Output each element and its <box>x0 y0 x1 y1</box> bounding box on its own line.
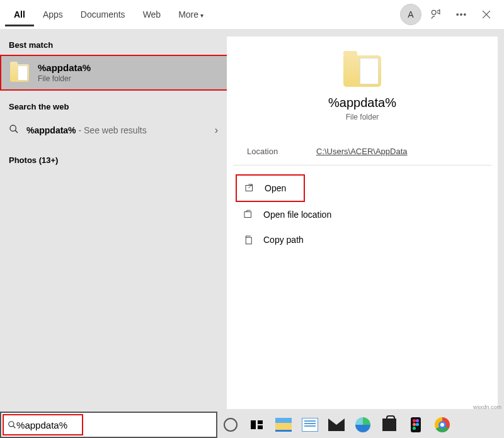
folder-icon-large <box>343 55 381 87</box>
svg-point-4 <box>10 125 16 131</box>
open-file-location-action[interactable]: Open file location <box>236 202 489 227</box>
open-location-label: Open file location <box>263 210 331 220</box>
file-explorer-icon[interactable] <box>274 415 293 434</box>
svg-point-3 <box>464 14 466 16</box>
cortana-icon[interactable] <box>221 415 240 434</box>
svg-point-2 <box>461 14 462 16</box>
tab-all[interactable]: All <box>5 3 34 26</box>
store-icon[interactable] <box>380 415 399 434</box>
svg-rect-7 <box>246 237 251 244</box>
result-subtitle: File folder <box>38 74 91 83</box>
svg-rect-11 <box>258 425 263 429</box>
photos-heading[interactable]: Photos (13+) <box>0 144 227 170</box>
open-label: Open <box>265 183 286 193</box>
taskbar <box>217 412 504 438</box>
web-search-result[interactable]: %appdata% - See web results › <box>0 116 227 144</box>
web-suffix: - See web results <box>76 125 147 135</box>
figma-icon[interactable] <box>406 415 425 434</box>
svg-rect-5 <box>246 186 253 191</box>
best-match-heading: Best match <box>0 29 227 55</box>
result-title: %appdata% <box>38 62 91 73</box>
search-icon <box>8 420 16 430</box>
results-panel: Best match %appdata% File folder Search … <box>0 29 227 409</box>
detail-title: %appdata% <box>227 96 498 110</box>
detail-subtitle: File folder <box>227 113 498 121</box>
watermark: wsxdn.com <box>473 404 501 410</box>
copy-path-action[interactable]: Copy path <box>236 227 489 252</box>
detail-panel: %appdata% File folder Location C:\Users\… <box>227 36 498 409</box>
more-options-icon[interactable] <box>450 3 472 26</box>
search-web-heading: Search the web <box>0 91 227 116</box>
user-avatar[interactable]: A <box>399 3 422 26</box>
svg-point-1 <box>457 14 459 16</box>
copy-icon <box>242 233 255 246</box>
search-icon <box>9 124 19 137</box>
feedback-icon[interactable] <box>425 3 447 26</box>
tab-apps[interactable]: Apps <box>34 3 72 26</box>
svg-rect-9 <box>251 420 256 429</box>
location-label: Location <box>247 147 316 156</box>
edge-icon[interactable] <box>353 415 372 434</box>
open-icon <box>243 182 256 194</box>
svg-point-0 <box>432 10 436 14</box>
best-match-result[interactable]: %appdata% File folder <box>0 55 227 91</box>
task-view-icon[interactable] <box>248 415 266 434</box>
copy-path-label: Copy path <box>263 235 304 245</box>
svg-rect-6 <box>244 212 251 218</box>
tab-documents[interactable]: Documents <box>72 3 134 26</box>
wordpad-icon[interactable] <box>301 415 319 434</box>
mail-icon[interactable] <box>327 415 346 434</box>
close-icon[interactable] <box>475 3 498 26</box>
search-bar[interactable] <box>0 412 217 438</box>
avatar-letter: A <box>400 4 421 25</box>
web-query: %appdata% <box>26 125 76 135</box>
filter-tabs: All Apps Documents Web More A <box>0 0 504 29</box>
chrome-icon[interactable] <box>433 415 452 434</box>
tab-web[interactable]: Web <box>134 3 170 26</box>
open-action[interactable]: Open <box>236 174 305 202</box>
svg-point-8 <box>9 422 14 427</box>
location-path[interactable]: C:\Users\ACER\AppData <box>316 147 408 156</box>
chevron-right-icon: › <box>215 125 218 136</box>
folder-icon <box>10 64 29 82</box>
location-icon <box>242 208 255 221</box>
tab-more[interactable]: More <box>169 3 212 26</box>
svg-rect-10 <box>258 420 263 424</box>
search-input[interactable] <box>16 420 82 430</box>
